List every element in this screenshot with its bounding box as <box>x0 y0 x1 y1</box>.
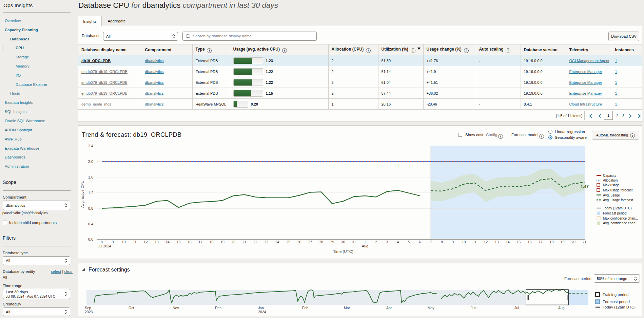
svg-text:Aug: Aug <box>362 244 368 248</box>
svg-text:19: 19 <box>220 240 225 244</box>
svg-text:Training period: Training period <box>603 293 628 297</box>
svg-text:Feb: Feb <box>302 306 308 310</box>
svg-text:5: 5 <box>408 240 410 244</box>
svg-text:14: 14 <box>165 240 170 244</box>
svg-text:Allocation: Allocation <box>603 179 618 182</box>
svg-text:9: 9 <box>112 240 114 244</box>
svg-text:25: 25 <box>286 240 290 244</box>
svg-text:Max usage forecast: Max usage forecast <box>603 188 632 192</box>
svg-text:8: 8 <box>441 240 443 244</box>
svg-text:9: 9 <box>452 240 454 244</box>
svg-text:13: 13 <box>495 240 499 244</box>
svg-text:14: 14 <box>506 240 510 244</box>
svg-text:1.47: 1.47 <box>581 184 589 189</box>
svg-text:Avg. confidence chan...: Avg. confidence chan... <box>603 221 638 225</box>
svg-text:15: 15 <box>516 240 521 244</box>
svg-text:21: 21 <box>583 240 587 244</box>
svg-text:0.4: 0.4 <box>88 222 93 226</box>
svg-text:17: 17 <box>539 240 543 244</box>
svg-text:16: 16 <box>188 240 192 244</box>
svg-text:Jul: Jul <box>514 306 519 310</box>
svg-text:28: 28 <box>319 240 323 244</box>
svg-text:Apr: Apr <box>386 306 392 310</box>
svg-text:22: 22 <box>253 240 257 244</box>
svg-text:10: 10 <box>462 240 466 244</box>
svg-text:19: 19 <box>561 240 565 244</box>
svg-text:31: 31 <box>352 240 356 244</box>
svg-text:2023: 2023 <box>85 310 93 314</box>
svg-text:17: 17 <box>198 240 202 244</box>
svg-text:2024: 2024 <box>258 310 266 314</box>
svg-text:Forecast period: Forecast period <box>603 300 630 304</box>
svg-text:26: 26 <box>297 240 301 244</box>
svg-text:6: 6 <box>419 240 421 244</box>
svg-text:Today (12am UTC): Today (12am UTC) <box>603 206 631 210</box>
svg-text:20: 20 <box>571 240 575 244</box>
svg-text:Today (12am UTC): Today (12am UTC) <box>603 305 636 309</box>
svg-text:8: 8 <box>101 240 103 244</box>
svg-text:16: 16 <box>528 240 532 244</box>
svg-text:0.0: 0.0 <box>88 237 93 241</box>
svg-text:1.2: 1.2 <box>88 191 93 195</box>
svg-text:Max usage: Max usage <box>603 183 620 187</box>
svg-text:2.4: 2.4 <box>88 144 93 148</box>
svg-text:1: 1 <box>364 240 366 244</box>
svg-text:11: 11 <box>473 240 476 244</box>
svg-text:2: 2 <box>375 240 377 244</box>
svg-text:24: 24 <box>275 240 279 244</box>
svg-text:21: 21 <box>242 240 247 244</box>
svg-text:30: 30 <box>341 240 345 244</box>
svg-text:Oct: Oct <box>129 306 134 310</box>
svg-text:27: 27 <box>308 240 312 244</box>
svg-text:Avg. usage forecast: Avg. usage forecast <box>603 198 633 202</box>
svg-text:13: 13 <box>155 240 159 244</box>
svg-text:Sep: Sep <box>85 306 91 310</box>
svg-text:Max confidence chan...: Max confidence chan... <box>603 217 638 220</box>
svg-text:2.0: 2.0 <box>88 160 93 164</box>
svg-text:May: May <box>428 306 435 310</box>
svg-text:10: 10 <box>122 240 126 244</box>
svg-text:0.8: 0.8 <box>88 206 93 210</box>
svg-text:Jun: Jun <box>471 306 476 310</box>
svg-text:Time (UTC): Time (UTC) <box>333 249 353 254</box>
svg-text:3: 3 <box>386 240 388 244</box>
svg-text:29: 29 <box>330 240 334 244</box>
svg-text:20: 20 <box>231 240 235 244</box>
svg-text:Jul 2024: Jul 2024 <box>98 244 111 248</box>
svg-text:12: 12 <box>484 240 488 244</box>
svg-text:15: 15 <box>177 240 181 244</box>
svg-text:4: 4 <box>397 240 399 244</box>
svg-text:12: 12 <box>144 240 148 244</box>
svg-text:Avg. active CPU: Avg. active CPU <box>80 181 84 208</box>
svg-text:Nov: Nov <box>173 306 179 310</box>
svg-text:Avg. usage: Avg. usage <box>603 193 620 197</box>
svg-text:Jan: Jan <box>258 306 264 310</box>
svg-text:1.6: 1.6 <box>88 175 93 179</box>
svg-text:Mar: Mar <box>344 306 350 310</box>
svg-text:Forecast period: Forecast period <box>603 211 626 215</box>
svg-text:7: 7 <box>430 240 432 244</box>
svg-text:18: 18 <box>550 240 554 244</box>
svg-text:Aug: Aug <box>558 306 565 310</box>
svg-text:18: 18 <box>210 240 214 244</box>
svg-text:11: 11 <box>133 240 137 244</box>
svg-text:Dec: Dec <box>215 306 221 310</box>
svg-text:Capacity: Capacity <box>603 174 616 177</box>
svg-text:23: 23 <box>264 240 268 244</box>
